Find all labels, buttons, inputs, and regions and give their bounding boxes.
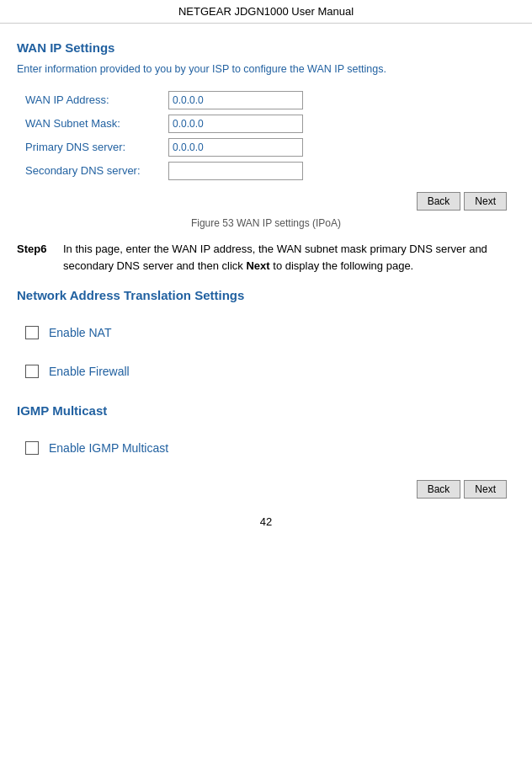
secondary-dns-input[interactable] <box>168 162 303 180</box>
primary-dns-label: Primary DNS server: <box>25 141 168 153</box>
wan-form: WAN IP Address: WAN Subnet Mask: Primary… <box>25 91 515 180</box>
enable-firewall-checkbox[interactable] <box>25 365 39 378</box>
enable-nat-label: Enable NAT <box>49 326 111 339</box>
wan-intro-text: Enter information provided to you by you… <box>17 61 515 77</box>
page-title: NETGEAR JDGN1000 User Manual <box>0 0 532 24</box>
primary-dns-input[interactable] <box>168 138 303 157</box>
wan-ip-row: WAN IP Address: <box>25 91 515 109</box>
enable-firewall-label: Enable Firewall <box>49 365 130 378</box>
step6-text: In this page, enter the WAN IP address, … <box>63 241 515 275</box>
bottom-button-row: Back Next <box>17 480 507 499</box>
enable-nat-row: Enable NAT <box>25 326 515 339</box>
bottom-next-button[interactable]: Next <box>464 480 507 499</box>
primary-dns-row: Primary DNS server: <box>25 138 515 157</box>
nat-section-title: Network Address Translation Settings <box>17 288 515 302</box>
igmp-section-title: IGMP Multicast <box>17 403 515 418</box>
wan-ip-input[interactable] <box>168 91 303 109</box>
figure-caption: Figure 53 WAN IP settings (IPoA) <box>17 217 515 229</box>
igmp-section: IGMP Multicast Enable IGMP Multicast <box>17 403 515 455</box>
enable-firewall-row: Enable Firewall <box>25 365 515 378</box>
wan-back-button[interactable]: Back <box>417 192 461 211</box>
wan-ip-label: WAN IP Address: <box>25 93 168 106</box>
enable-nat-checkbox[interactable] <box>25 326 39 339</box>
secondary-dns-row: Secondary DNS server: <box>25 162 515 180</box>
enable-igmp-row: Enable IGMP Multicast <box>25 441 515 455</box>
wan-subnet-row: WAN Subnet Mask: <box>25 115 515 133</box>
wan-subnet-input[interactable] <box>168 115 303 133</box>
secondary-dns-label: Secondary DNS server: <box>25 164 168 177</box>
wan-subnet-label: WAN Subnet Mask: <box>25 117 168 130</box>
bottom-back-button[interactable]: Back <box>417 480 461 499</box>
wan-next-button[interactable]: Next <box>464 192 507 211</box>
step6-label: Step6 <box>17 241 63 275</box>
wan-ip-section-title: WAN IP Settings <box>17 40 515 55</box>
step6-block: Step6 In this page, enter the WAN IP add… <box>17 241 515 275</box>
enable-igmp-label: Enable IGMP Multicast <box>49 441 168 455</box>
wan-button-row: Back Next <box>17 192 507 211</box>
enable-igmp-checkbox[interactable] <box>25 441 39 455</box>
page-number: 42 <box>17 515 515 528</box>
nat-section: Network Address Translation Settings Ena… <box>17 288 515 395</box>
